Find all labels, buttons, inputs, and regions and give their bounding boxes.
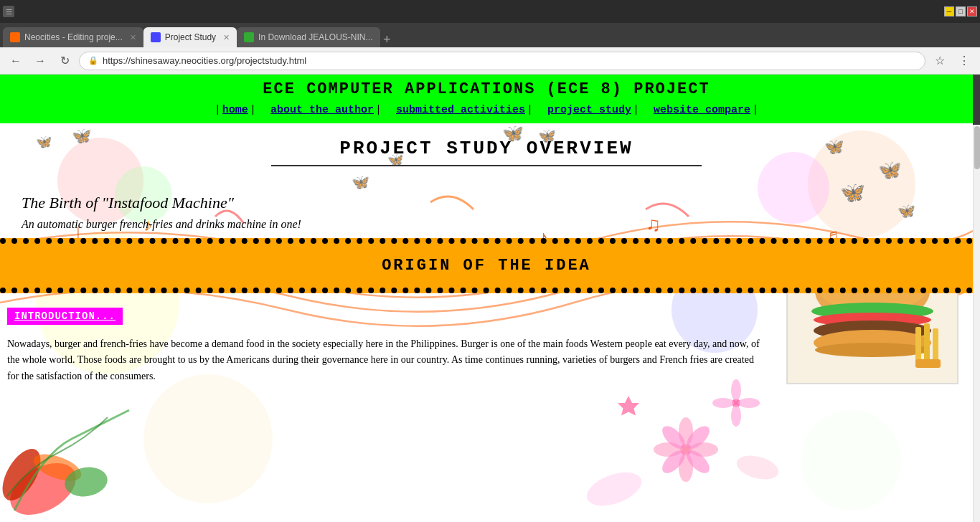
svg-point-40 — [815, 343, 930, 357]
intro-label: INTRODUCTION... — [7, 308, 123, 325]
scrollbar-thumb[interactable] — [974, 126, 980, 169]
nav-submitted[interactable]: submitted activities — [396, 104, 525, 116]
svg-point-22 — [683, 447, 713, 477]
svg-point-10 — [1, 452, 85, 522]
svg-point-25 — [731, 405, 741, 427]
svg-point-15 — [679, 417, 693, 446]
url-display: https://shinesaway.neocities.org/project… — [103, 55, 306, 66]
svg-point-18 — [689, 442, 718, 457]
scrollbar[interactable] — [973, 125, 980, 522]
svg-point-19 — [659, 422, 689, 452]
browser-window: ☰ ─ □ ✕ Neocities - Editing proje... ✕ P… — [0, 0, 980, 522]
reload-button[interactable]: ↻ — [55, 51, 75, 71]
main-content: PROJECT STUDY OVERVIEW The Birth of "Ins… — [0, 123, 973, 231]
site-header: ECE COMPUTER APPLICATIONS (ECE 8) PROJEC… — [0, 75, 973, 123]
origin-title: ORIGIN OF THE IDEA — [0, 257, 973, 275]
svg-rect-41 — [915, 327, 921, 363]
forward-button[interactable]: → — [30, 51, 50, 71]
tab-neocities[interactable]: Neocities - Editing proje... ✕ — [3, 27, 143, 47]
tab-project-study[interactable]: Project Study ✕ — [143, 27, 237, 47]
svg-point-13 — [62, 464, 110, 500]
svg-point-30 — [734, 452, 781, 484]
site-nav: |home| about the author| submitted activ… — [0, 104, 973, 116]
vine-decoration — [0, 381, 143, 522]
close-button[interactable]: ✕ — [967, 6, 977, 16]
instafood-title: The Birth of "Instafood Machine" — [22, 194, 958, 212]
intro-section: INTRODUCTION... Nowadays, burger and fre… — [0, 300, 973, 392]
svg-point-27 — [738, 398, 760, 408]
title-divider — [271, 165, 702, 166]
title-bar: ☰ ─ □ ✕ — [0, 0, 980, 23]
minimize-button[interactable]: ─ — [944, 6, 954, 16]
project-overview-title: PROJECT STUDY OVERVIEW — [14, 138, 958, 159]
content-area: ♩ ♪ ♫ ♩ ♬ ♪ ♫ ♩ ♬ ♪ 🦋 🦋 — [0, 123, 973, 522]
svg-point-14 — [680, 444, 692, 455]
svg-point-29 — [583, 466, 646, 513]
svg-point-26 — [712, 398, 734, 408]
address-bar[interactable]: 🔒 https://shinesaway.neocities.org/proje… — [79, 52, 925, 70]
svg-rect-43 — [933, 328, 938, 363]
bookmark-button[interactable]: ☆ — [930, 51, 950, 71]
svg-point-23 — [732, 399, 740, 407]
svg-marker-28 — [618, 396, 639, 416]
svg-point-20 — [683, 422, 713, 452]
svg-point-16 — [679, 453, 693, 482]
maximize-button[interactable]: □ — [956, 6, 966, 16]
svg-rect-42 — [924, 323, 930, 363]
nav-home[interactable]: home — [222, 104, 248, 116]
deco-circle-7 — [143, 374, 273, 503]
menu-button[interactable]: ⋮ — [954, 51, 974, 71]
back-button[interactable]: ← — [6, 51, 26, 71]
nav-project[interactable]: project study — [547, 104, 631, 116]
origin-banner: ORIGIN OF THE IDEA — [0, 238, 973, 293]
svg-point-21 — [659, 447, 689, 477]
site-title: ECE COMPUTER APPLICATIONS (ECE 8) PROJEC… — [0, 80, 973, 98]
nav-about[interactable]: about the author — [270, 104, 374, 116]
page-title-section: PROJECT STUDY OVERVIEW — [14, 123, 958, 179]
instafood-subtitle: An automatic burger french-fries and dri… — [22, 218, 958, 231]
svg-point-17 — [654, 442, 682, 457]
new-tab-button[interactable]: + — [383, 32, 391, 47]
tab-download[interactable]: In Download JEALOUS-NIN... ✕ — [237, 27, 380, 47]
nav-website[interactable]: website compare — [654, 104, 750, 116]
svg-point-12 — [30, 449, 85, 486]
deco-circle-8 — [801, 410, 901, 511]
close-tab-3[interactable]: ✕ — [380, 33, 381, 42]
page-content: ECE COMPUTER APPLICATIONS (ECE 8) PROJEC… — [0, 75, 973, 522]
intro-text: Nowadays, burger and french-fries have b… — [7, 336, 768, 384]
tabs-bar: Neocities - Editing proje... ✕ Project S… — [0, 23, 980, 47]
close-tab-2[interactable]: ✕ — [223, 33, 230, 42]
nav-bar: ← → ↻ 🔒 https://shinesaway.neocities.org… — [0, 47, 980, 75]
svg-rect-44 — [915, 359, 941, 368]
close-tab-1[interactable]: ✕ — [130, 33, 136, 42]
lock-icon: 🔒 — [88, 56, 98, 65]
svg-point-11 — [0, 442, 48, 506]
